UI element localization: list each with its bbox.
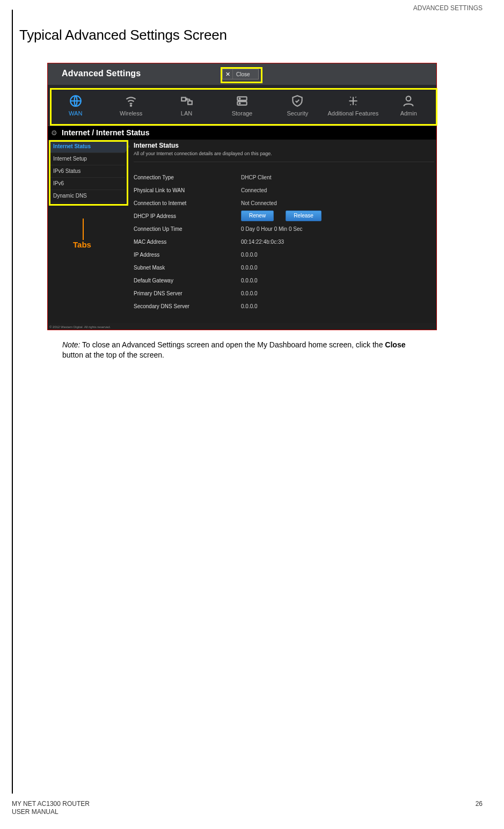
status-key: Default Gateway — [134, 278, 241, 283]
note-prefix: Note: — [62, 340, 80, 349]
screenshot-figure: Advanced Settings ✕ Close WANWirelessLAN… — [47, 63, 437, 330]
status-value: 00:14:22:4b:0c:33 — [241, 239, 284, 245]
detail-panel: Internet Status All of your Internet con… — [134, 142, 434, 321]
status-key: Secondary DNS Server — [134, 303, 241, 309]
panel-body: Internet StatusInternet SetupIPv6 Status… — [48, 140, 436, 323]
status-value: Not Connected — [241, 200, 277, 206]
highlight-tabs — [49, 140, 128, 206]
margin-rule — [12, 10, 13, 794]
status-key: Connection Up Time — [134, 226, 241, 232]
gear-icon: ⚙ — [51, 129, 57, 137]
highlight-categories — [50, 88, 437, 126]
status-value: 0.0.0.0 — [241, 303, 258, 309]
status-row: Connection to InternetNot Connected — [134, 197, 434, 209]
section-bar: ⚙ Internet / Internet Status — [48, 126, 436, 141]
note-bold: Close — [385, 340, 405, 349]
renew-button[interactable]: Renew — [241, 210, 274, 221]
footer-line2: USER MANUAL — [12, 808, 59, 816]
panel-title: Internet Status — [134, 142, 434, 149]
status-key: Primary DNS Server — [134, 290, 241, 296]
status-value: 0.0.0.0 — [241, 290, 258, 296]
status-value: Connected — [241, 187, 267, 193]
running-head: ADVANCED SETTINGS — [413, 4, 483, 12]
status-row: DHCP IP AddressRenewRelease — [134, 209, 434, 222]
status-value: 0.0.0.0 — [241, 278, 258, 283]
status-value: DHCP Client — [241, 174, 272, 180]
status-row: MAC Address00:14:22:4b:0c:33 — [134, 235, 434, 248]
footer-line1: MY NET AC1300 ROUTER — [12, 800, 90, 808]
status-row: Subnet Mask0.0.0.0 — [134, 261, 434, 274]
section-title: Typical Advanced Settings Screen — [19, 27, 483, 43]
status-row: Secondary DNS Server0.0.0.0 — [134, 300, 434, 312]
status-key: MAC Address — [134, 239, 241, 245]
status-row: Connection Up Time0 Day 0 Hour 0 Min 0 S… — [134, 222, 434, 235]
status-value: 0.0.0.0 — [241, 252, 258, 258]
page-footer: MY NET AC1300 ROUTER USER MANUAL 26 — [12, 800, 483, 816]
status-row: Physical Link to WANConnected — [134, 184, 434, 197]
status-key: DHCP IP Address — [134, 213, 241, 219]
release-button[interactable]: Release — [286, 210, 322, 221]
callout-tabs: Tabs — [73, 240, 91, 249]
status-key: Connection Type — [134, 174, 241, 180]
status-row: Connection TypeDHCP Client — [134, 171, 434, 184]
note-paragraph: Note: To close an Advanced Settings scre… — [62, 340, 411, 360]
status-row: Default Gateway0.0.0.0 — [134, 274, 434, 287]
note-text-b: button at the top of the screen. — [62, 351, 164, 359]
status-value: 0.0.0.0 — [241, 265, 258, 271]
note-text-a: To close an Advanced Settings screen and… — [80, 340, 385, 349]
status-key: Physical Link to WAN — [134, 187, 241, 193]
highlight-close — [221, 67, 262, 83]
copyright: © 2012 Western Digital. All rights reser… — [49, 325, 111, 329]
section-bar-title: Internet / Internet Status — [48, 126, 436, 137]
status-key: Connection to Internet — [134, 200, 241, 206]
status-value: 0 Day 0 Hour 0 Min 0 Sec — [241, 226, 303, 232]
status-row: Primary DNS Server0.0.0.0 — [134, 287, 434, 300]
page-number: 26 — [476, 800, 483, 816]
status-key: Subnet Mask — [134, 265, 241, 271]
panel-description: All of your Internet connection details … — [134, 151, 434, 162]
status-key: IP Address — [134, 252, 241, 258]
status-row: IP Address0.0.0.0 — [134, 248, 434, 261]
callout-line — [83, 219, 84, 240]
